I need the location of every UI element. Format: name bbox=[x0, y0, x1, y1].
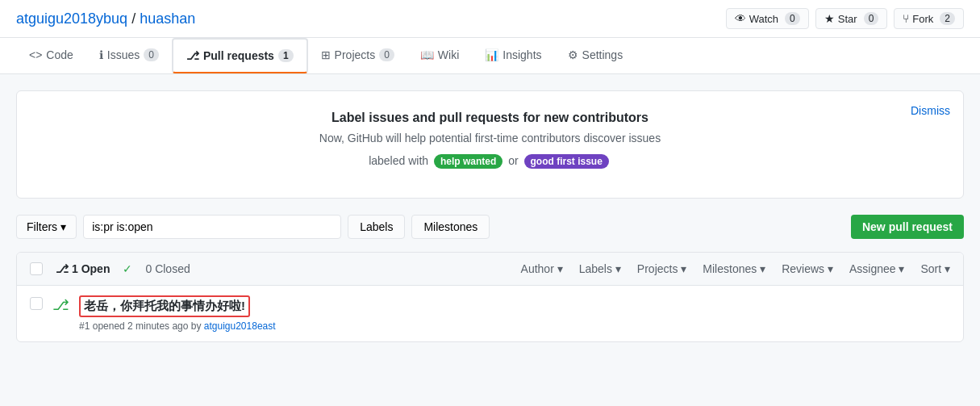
tab-wiki[interactable]: 📖 Wiki bbox=[407, 38, 472, 73]
filters-row: Filters ▾ Labels Milestones New pull req… bbox=[16, 215, 964, 239]
top-bar: atguigu2018ybuq / huashan 👁 Watch 0 ★ St… bbox=[0, 0, 980, 38]
help-wanted-badge: help wanted bbox=[434, 154, 503, 169]
fork-button[interactable]: ⑂ Fork 2 bbox=[894, 8, 964, 29]
tab-insights-label: Insights bbox=[503, 48, 541, 61]
tab-insights[interactable]: 📊 Insights bbox=[472, 38, 554, 73]
select-all-checkbox[interactable] bbox=[30, 262, 43, 275]
promo-description: Now, GitHub will help potential first-ti… bbox=[36, 132, 944, 144]
tab-settings[interactable]: ⚙ Settings bbox=[555, 38, 636, 73]
pr-item-body: 老岳，你拜托我的事情办好啦! #1 opened 2 minutes ago b… bbox=[79, 295, 950, 332]
dismiss-button[interactable]: Dismiss bbox=[911, 104, 950, 117]
tab-issues[interactable]: ℹ Issues 0 bbox=[86, 38, 172, 73]
open-count: ⎇ 1 Open bbox=[56, 262, 110, 275]
good-first-issue-badge: good first issue bbox=[524, 154, 609, 169]
pr-list-header: ⎇ 1 Open ✓ 0 Closed Author ▾ Labels ▾ Pr… bbox=[17, 253, 963, 286]
issues-icon: ℹ bbox=[99, 48, 103, 61]
closed-count: 0 Closed bbox=[145, 262, 190, 275]
settings-icon: ⚙ bbox=[568, 48, 578, 61]
pr-item-meta: #1 opened 2 minutes ago by atguigu2018ea… bbox=[79, 320, 950, 332]
watch-count: 0 bbox=[785, 12, 800, 25]
wiki-icon: 📖 bbox=[420, 48, 434, 61]
milestones-button[interactable]: Milestones bbox=[411, 215, 490, 239]
eye-icon: 👁 bbox=[735, 12, 746, 25]
tab-projects-label: Projects bbox=[335, 48, 376, 61]
fork-label: Fork bbox=[912, 13, 933, 25]
star-label: Star bbox=[838, 13, 857, 25]
fork-count: 2 bbox=[940, 12, 955, 25]
repo-link[interactable]: huashan bbox=[140, 10, 195, 27]
new-pull-request-button[interactable]: New pull request bbox=[851, 215, 964, 239]
assignee-filter[interactable]: Assignee ▾ bbox=[849, 262, 904, 275]
filters-chevron-icon: ▾ bbox=[60, 220, 66, 233]
pr-open-icon: ⎇ bbox=[52, 296, 69, 314]
tab-pr-label: Pull requests bbox=[203, 49, 274, 62]
repo-title: atguigu2018ybuq / huashan bbox=[16, 10, 195, 27]
pr-badge: 1 bbox=[278, 49, 294, 62]
open-count-text: 1 Open bbox=[72, 262, 110, 275]
milestones-filter[interactable]: Milestones ▾ bbox=[703, 262, 765, 275]
projects-filter[interactable]: Projects ▾ bbox=[637, 262, 686, 275]
projects-badge: 0 bbox=[379, 48, 394, 61]
star-icon: ★ bbox=[824, 12, 835, 25]
pr-item-title-link[interactable]: 老岳，你拜托我的事情办好啦! bbox=[79, 295, 250, 317]
search-input[interactable] bbox=[83, 215, 341, 239]
tab-code[interactable]: <> Code bbox=[16, 38, 86, 73]
issues-badge: 0 bbox=[144, 48, 159, 61]
pr-icon: ⎇ bbox=[186, 49, 199, 62]
fork-icon: ⑂ bbox=[903, 12, 909, 25]
pr-checkbox[interactable] bbox=[30, 297, 43, 310]
promo-title: Label issues and pull requests for new c… bbox=[36, 111, 944, 125]
pr-author-link[interactable]: atguigu2018east bbox=[204, 320, 276, 332]
labels-button[interactable]: Labels bbox=[348, 215, 405, 239]
pr-item: ⎇ 老岳，你拜托我的事情办好啦! #1 opened 2 minutes ago… bbox=[17, 286, 963, 341]
labels-filter[interactable]: Labels ▾ bbox=[579, 262, 621, 275]
promo-or: or bbox=[508, 154, 518, 167]
reviews-filter[interactable]: Reviews ▾ bbox=[782, 262, 833, 275]
filters-label: Filters bbox=[27, 220, 57, 233]
top-actions: 👁 Watch 0 ★ Star 0 ⑂ Fork 2 bbox=[726, 8, 964, 29]
pr-list: ⎇ 1 Open ✓ 0 Closed Author ▾ Labels ▾ Pr… bbox=[16, 252, 964, 342]
star-count: 0 bbox=[864, 12, 879, 25]
watch-label: Watch bbox=[749, 13, 778, 25]
tab-pull-requests[interactable]: ⎇ Pull requests 1 bbox=[172, 38, 308, 73]
closed-count-checkmark: ✓ bbox=[123, 262, 132, 275]
star-button[interactable]: ★ Star 0 bbox=[815, 8, 888, 29]
separator: / bbox=[131, 10, 136, 27]
promo-description2: labeled with bbox=[369, 154, 428, 167]
insights-icon: 📊 bbox=[485, 48, 498, 61]
pr-header-filters: Author ▾ Labels ▾ Projects ▾ Milestones … bbox=[521, 262, 950, 275]
pr-item-title-row: 老岳，你拜托我的事情办好啦! bbox=[79, 295, 950, 317]
owner-link[interactable]: atguigu2018ybuq bbox=[16, 10, 127, 27]
sort-filter[interactable]: Sort ▾ bbox=[920, 262, 950, 275]
promo-badges-row: labeled with help wanted or good first i… bbox=[36, 154, 944, 169]
tab-projects[interactable]: ⊞ Projects 0 bbox=[308, 38, 407, 73]
tab-settings-label: Settings bbox=[582, 48, 623, 61]
nav-tabs: <> Code ℹ Issues 0 ⎇ Pull requests 1 ⊞ P… bbox=[0, 38, 980, 74]
author-filter[interactable]: Author ▾ bbox=[521, 262, 563, 275]
tab-code-label: Code bbox=[46, 48, 73, 61]
tab-wiki-label: Wiki bbox=[438, 48, 459, 61]
promo-banner: Dismiss Label issues and pull requests f… bbox=[16, 90, 964, 199]
filters-button[interactable]: Filters ▾ bbox=[16, 215, 77, 239]
main-content: Dismiss Label issues and pull requests f… bbox=[0, 74, 980, 358]
open-icon: ⎇ bbox=[56, 262, 69, 275]
code-icon: <> bbox=[29, 48, 42, 61]
pr-number: #1 bbox=[79, 320, 90, 332]
pr-opened-text: opened 2 minutes ago by bbox=[93, 320, 202, 332]
watch-button[interactable]: 👁 Watch 0 bbox=[726, 8, 809, 29]
projects-icon: ⊞ bbox=[321, 48, 331, 61]
tab-issues-label: Issues bbox=[107, 48, 140, 61]
